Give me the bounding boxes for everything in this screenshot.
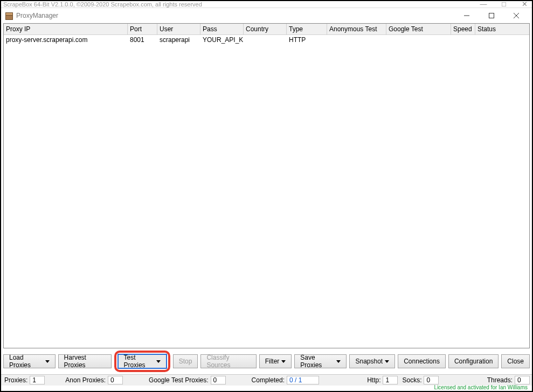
- col-header-proxy-ip[interactable]: Proxy IP: [4, 24, 128, 34]
- filter-label: Filter: [265, 358, 280, 365]
- save-proxies-button[interactable]: Save Proxies: [294, 354, 347, 368]
- connections-label: Connections: [404, 358, 440, 365]
- snapshot-label: Snapshot: [355, 358, 383, 365]
- status-completed-label: Completed:: [247, 376, 287, 384]
- maximize-button[interactable]: [479, 8, 504, 23]
- configuration-label: Configuration: [454, 358, 493, 365]
- filter-button[interactable]: Filter: [259, 354, 292, 368]
- chevron-down-icon: [336, 360, 341, 363]
- connections-button[interactable]: Connections: [398, 354, 446, 368]
- cell-proxy-ip: proxy-server.scraperapi.com: [4, 36, 128, 44]
- parent-close-icon[interactable]: ✕: [519, 0, 530, 8]
- col-header-speed[interactable]: Speed: [451, 24, 475, 34]
- test-proxies-highlight: Test Proxies: [114, 351, 170, 372]
- status-anon-value: 0: [108, 376, 123, 384]
- status-bar: Proxies: 1 Anon Proxies: 0 Google Test P…: [1, 374, 532, 386]
- status-threads-value: 0: [515, 376, 530, 384]
- snapshot-button[interactable]: Snapshot: [349, 354, 395, 368]
- col-header-user[interactable]: User: [157, 24, 200, 34]
- parent-minimize-icon[interactable]: —: [478, 0, 489, 8]
- load-proxies-button[interactable]: Load Proxies: [3, 354, 56, 368]
- minimize-button[interactable]: [454, 8, 479, 23]
- configuration-button[interactable]: Configuration: [448, 354, 499, 368]
- table-body[interactable]: proxy-server.scraperapi.com 8001 scraper…: [4, 35, 529, 348]
- col-header-pass[interactable]: Pass: [200, 24, 244, 34]
- chevron-down-icon: [45, 360, 50, 363]
- proxy-table: Proxy IP Port User Pass Country Type Ano…: [3, 23, 530, 348]
- col-header-anon-test[interactable]: Anonymous Test: [327, 24, 386, 34]
- table-row[interactable]: proxy-server.scraperapi.com 8001 scraper…: [4, 35, 529, 45]
- status-google-test-value: 0: [211, 376, 226, 384]
- harvest-proxies-button[interactable]: Harvest Proxies: [58, 354, 112, 368]
- cell-user: scraperapi: [157, 36, 200, 44]
- classify-sources-button: Classify Sources: [200, 354, 256, 368]
- col-header-google-test[interactable]: Google Test: [386, 24, 451, 34]
- chevron-down-icon: [156, 360, 161, 363]
- save-proxies-label: Save Proxies: [300, 354, 334, 369]
- test-proxies-label: Test Proxies: [124, 354, 154, 369]
- status-http-label: Http:: [363, 376, 383, 384]
- close-button[interactable]: [504, 8, 529, 23]
- status-google-test-label: Google Test Proxies:: [144, 376, 211, 384]
- parent-window-title: ScrapeBox 64-Bit V2.1.0.0, ©2009-2020 Sc…: [3, 1, 202, 8]
- status-socks-value: 0: [424, 376, 439, 384]
- close-button-toolbar[interactable]: Close: [501, 354, 530, 368]
- license-text: Licensed and activated for Ian Williams: [434, 384, 528, 390]
- chevron-down-icon: [385, 360, 389, 363]
- cell-pass: YOUR_API_K: [200, 36, 244, 44]
- col-header-status[interactable]: Status: [475, 24, 529, 34]
- toolbar: Load Proxies Harvest Proxies Test Proxie…: [3, 351, 530, 372]
- parent-window-titlebar: ScrapeBox 64-Bit V2.1.0.0, ©2009-2020 Sc…: [1, 1, 532, 8]
- status-completed-value: 0 / 1: [287, 376, 319, 384]
- col-header-country[interactable]: Country: [244, 24, 287, 34]
- classify-sources-label: Classify Sources: [206, 354, 250, 369]
- proxy-manager-window: ProxyManager Proxy IP Port User Pass Cou…: [1, 8, 532, 386]
- status-threads-label: Threads:: [483, 376, 515, 384]
- test-proxies-button[interactable]: Test Proxies: [117, 354, 167, 369]
- parent-status-strip: Licensed and activated for Ian Williams: [1, 386, 532, 391]
- table-header: Proxy IP Port User Pass Country Type Ano…: [4, 24, 529, 35]
- status-socks-label: Socks:: [398, 376, 424, 384]
- cell-port: 8001: [128, 36, 157, 44]
- col-header-type[interactable]: Type: [287, 24, 327, 34]
- chevron-down-icon: [281, 360, 286, 363]
- stop-button: Stop: [173, 354, 198, 368]
- col-header-port[interactable]: Port: [128, 24, 157, 34]
- status-proxies-label: Proxies:: [3, 376, 30, 384]
- app-box-icon: [4, 11, 13, 20]
- status-proxies-value: 1: [30, 376, 45, 384]
- status-anon-label: Anon Proxies:: [61, 376, 108, 384]
- harvest-proxies-label: Harvest Proxies: [64, 354, 106, 369]
- stop-label: Stop: [179, 358, 192, 365]
- parent-window-controls: — □ ✕: [478, 0, 530, 8]
- cell-type: HTTP: [287, 36, 327, 44]
- window-title: ProxyManager: [16, 12, 58, 19]
- parent-maximize-icon[interactable]: □: [499, 0, 509, 8]
- svg-rect-1: [489, 13, 494, 18]
- status-http-value: 1: [383, 376, 398, 384]
- window-titlebar[interactable]: ProxyManager: [1, 8, 532, 23]
- load-proxies-label: Load Proxies: [9, 354, 43, 369]
- close-label: Close: [507, 358, 524, 365]
